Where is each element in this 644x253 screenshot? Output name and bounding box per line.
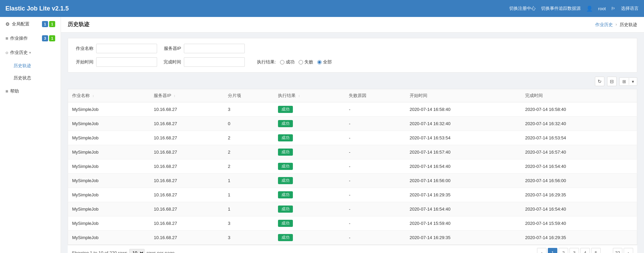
col-end-time: 完成时间	[521, 89, 637, 102]
next-page-button[interactable]: ›	[624, 248, 633, 253]
cell-server-ip: 10.16.68.27	[150, 131, 224, 145]
exec-result-badge: 成功	[278, 177, 293, 184]
cell-exec-result: 成功	[274, 159, 345, 174]
sidebar-item-label: 历史状态	[14, 75, 31, 81]
sidebar-item-history-status[interactable]: 历史状态	[10, 72, 61, 84]
table-row: MySimpleJob10.16.68.271成功-2020-07-14 16:…	[68, 202, 637, 216]
col-job-name: 作业名称 ↕	[68, 89, 150, 102]
page-btn-22[interactable]: 22	[613, 248, 622, 253]
sidebar-item-job-history[interactable]: ○ 作业历史 ▾	[0, 45, 61, 60]
cell-start-time: 2020-07-14 16:29:35	[406, 231, 521, 245]
sidebar-item-job-operation[interactable]: ≡ 作业操作 3 1	[0, 31, 61, 45]
cell-end-time: 2020-07-14 16:32:40	[521, 117, 637, 131]
gear-icon: ⚙	[5, 21, 10, 27]
sidebar-item-label: 作业历史	[10, 50, 28, 56]
page-btn-4[interactable]: 4	[580, 248, 590, 253]
cell-failure-reason: -	[345, 102, 405, 117]
refresh-button[interactable]: ↻	[595, 77, 604, 86]
cell-shard: 2	[224, 159, 274, 174]
radio-success[interactable]: 成功	[280, 59, 295, 65]
breadcrumb-item-1[interactable]: 作业历史	[595, 22, 613, 28]
start-time-input[interactable]	[96, 57, 157, 67]
exec-result-badge: 成功	[278, 206, 293, 213]
server-ip-label: 服务器IP	[163, 45, 181, 52]
switch-registry-link[interactable]: 切换注册中心	[509, 5, 536, 12]
topnav: Elastic Job Lite v2.1.5 切换注册中心 切换事件追踪数据源…	[0, 0, 644, 17]
switch-event-trace-link[interactable]: 切换事件追踪数据源	[541, 5, 581, 12]
pagination-buttons: ‹ 1 2 3 4 5 ... 22 ›	[537, 248, 633, 253]
cell-failure-reason: -	[345, 231, 405, 245]
exec-result-badge: 成功	[278, 106, 293, 113]
cell-end-time: 2020-07-14 16:56:00	[521, 174, 637, 188]
cell-server-ip: 10.16.68.27	[150, 202, 224, 216]
cell-shard: 1	[224, 188, 274, 202]
cell-start-time: 2020-07-14 16:57:40	[406, 145, 521, 159]
table-row: MySimpleJob10.16.68.273成功-2020-07-14 16:…	[68, 231, 637, 245]
cell-start-time: 2020-07-14 16:56:00	[406, 174, 521, 188]
cell-end-time: 2020-07-14 16:57:40	[521, 145, 637, 159]
help-icon: ≡	[5, 89, 8, 94]
exec-result-badge: 成功	[278, 120, 293, 127]
exec-result-badge: 成功	[278, 163, 293, 170]
select-language-link[interactable]: 选择语言	[621, 5, 639, 12]
pagination-info: Showing 1 to 10 of 220 rows 10 25 50 row…	[72, 249, 174, 253]
col-failure-reason: 失败原因	[345, 89, 405, 102]
exec-result-radio-group: 成功 失败 全部	[280, 59, 332, 65]
cell-shard: 0	[224, 117, 274, 131]
radio-failure[interactable]: 失败	[299, 59, 313, 65]
radio-success-input[interactable]	[280, 60, 284, 64]
cell-job-name: MySimpleJob	[68, 188, 150, 202]
sidebar-item-help[interactable]: ≡ 帮助	[0, 84, 61, 98]
cell-failure-reason: -	[345, 159, 405, 174]
cell-start-time: 2020-07-14 16:29:35	[406, 188, 521, 202]
cell-shard: 2	[224, 131, 274, 145]
sidebar: ⚙ 全局配置 1 1 ≡ 作业操作 3 1 ○ 作业历史 ▾ 历史轨迹 历	[0, 17, 61, 253]
cell-exec-result: 成功	[274, 102, 345, 117]
column-toggle-button[interactable]: ⊞ ▾	[619, 77, 637, 86]
cell-server-ip: 10.16.68.27	[150, 174, 224, 188]
grid-icon[interactable]: ⊞	[620, 78, 629, 85]
sidebar-item-history-trace[interactable]: 历史轨迹	[10, 60, 61, 72]
cell-job-name: MySimpleJob	[68, 159, 150, 174]
list-icon: ≡	[5, 36, 8, 41]
user-label[interactable]: root	[598, 6, 606, 11]
cell-server-ip: 10.16.68.27	[150, 216, 224, 231]
server-ip-input[interactable]	[184, 44, 245, 53]
radio-all-input[interactable]	[317, 60, 322, 64]
job-name-input[interactable]	[96, 44, 157, 53]
page-btn-1[interactable]: 1	[548, 248, 557, 253]
rows-per-page-label: rows per page	[147, 250, 174, 253]
job-name-group: 作业名称	[75, 44, 157, 53]
radio-success-label: 成功	[286, 59, 295, 65]
cell-end-time: 2020-07-14 16:54:40	[521, 202, 637, 216]
cell-failure-reason: -	[345, 174, 405, 188]
export-button[interactable]: ⊟	[607, 77, 617, 86]
page-btn-5[interactable]: 5	[591, 248, 601, 253]
col-start-time: 开始时间	[406, 89, 521, 102]
sidebar-item-label: 作业操作	[10, 35, 28, 41]
sidebar-item-global-config[interactable]: ⚙ 全局配置 1 1	[0, 17, 61, 31]
cell-job-name: MySimpleJob	[68, 102, 150, 117]
exec-result-badge: 成功	[278, 149, 293, 156]
end-time-input[interactable]	[184, 57, 245, 67]
page-btn-3[interactable]: 3	[570, 248, 579, 253]
cell-server-ip: 10.16.68.27	[150, 159, 224, 174]
cell-failure-reason: -	[345, 202, 405, 216]
cell-start-time: 2020-07-14 16:32:40	[406, 117, 521, 131]
table-row: MySimpleJob10.16.68.272成功-2020-07-14 16:…	[68, 159, 637, 174]
table-header-row: 作业名称 ↕ 服务器IP ↕ 分片项 执行结果 ↕	[68, 89, 637, 102]
chevron-down-icon[interactable]: ▾	[629, 78, 637, 85]
cell-exec-result: 成功	[274, 231, 345, 245]
radio-all[interactable]: 全部	[317, 59, 332, 65]
sort-icon: ↕	[298, 94, 300, 98]
cell-failure-reason: -	[345, 216, 405, 231]
cell-exec-result: 成功	[274, 117, 345, 131]
prev-page-button[interactable]: ‹	[537, 248, 546, 253]
page-btn-2[interactable]: 2	[559, 248, 568, 253]
end-time-label: 完成时间	[163, 59, 181, 65]
exec-result-label: 执行结果:	[257, 59, 276, 65]
radio-failure-input[interactable]	[299, 60, 303, 64]
per-page-select[interactable]: 10 25 50	[129, 249, 145, 253]
cell-failure-reason: -	[345, 188, 405, 202]
cell-exec-result: 成功	[274, 145, 345, 159]
